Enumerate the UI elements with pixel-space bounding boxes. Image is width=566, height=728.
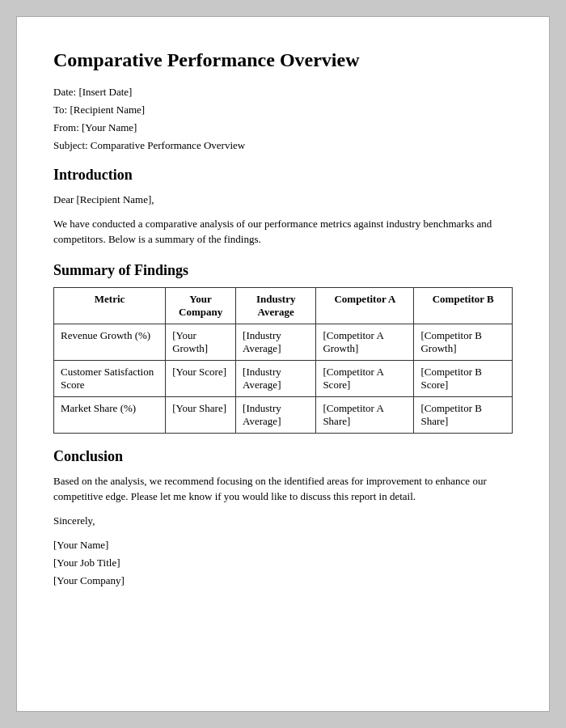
signature-line: [Your Job Title] [53,554,513,572]
table-row: Market Share (%)[Your Share][Industry Av… [54,396,513,433]
col-header-industry-average: IndustryAverage [236,287,316,324]
introduction-heading: Introduction [53,167,513,184]
signature-line: [Your Company] [53,572,513,590]
table-cell: [Competitor B Growth] [414,324,513,360]
document-page: Comparative Performance Overview Date: [… [16,16,550,712]
findings-table: Metric YourCompany IndustryAverage Compe… [53,287,513,434]
table-cell: [Your Growth] [166,324,236,360]
table-cell: [Competitor B Share] [414,396,513,433]
table-cell: [Your Score] [166,360,236,396]
conclusion-heading: Conclusion [53,448,513,465]
signature-block: [Your Name][Your Job Title][Your Company… [53,536,513,590]
table-cell: [Competitor A Share] [316,396,414,433]
document-title: Comparative Performance Overview [53,49,513,71]
table-cell: Market Share (%) [54,396,166,433]
table-row: Customer Satisfaction Score[Your Score][… [54,360,513,396]
table-cell: [Industry Average] [236,324,316,360]
table-cell: [Competitor B Score] [414,360,513,396]
col-header-your-company: YourCompany [166,287,236,324]
table-row: Revenue Growth (%)[Your Growth][Industry… [54,324,513,360]
table-cell: [Industry Average] [236,396,316,433]
table-cell: [Industry Average] [236,360,316,396]
col-header-metric: Metric [54,287,166,324]
introduction-body: We have conducted a comparative analysis… [53,216,513,248]
meta-from: From: [Your Name] [53,121,513,134]
table-header-row: Metric YourCompany IndustryAverage Compe… [54,287,513,324]
meta-subject: Subject: Comparative Performance Overvie… [53,139,513,152]
meta-to: To: [Recipient Name] [53,104,513,116]
table-cell: [Your Share] [166,396,236,433]
table-cell: Customer Satisfaction Score [54,360,166,396]
signature-line: [Your Name] [53,536,513,554]
meta-date: Date: [Insert Date] [53,86,513,99]
conclusion-body: Based on the analysis, we recommend focu… [53,473,513,505]
table-cell: [Competitor A Score] [316,360,414,396]
col-header-competitor-b: Competitor B [414,287,513,324]
summary-heading: Summary of Findings [53,262,513,279]
conclusion-closing: Sincerely, [53,513,513,529]
table-cell: Revenue Growth (%) [54,324,166,360]
introduction-salutation: Dear [Recipient Name], [53,192,513,208]
table-cell: [Competitor A Growth] [316,324,414,360]
col-header-competitor-a: Competitor A [316,287,414,324]
